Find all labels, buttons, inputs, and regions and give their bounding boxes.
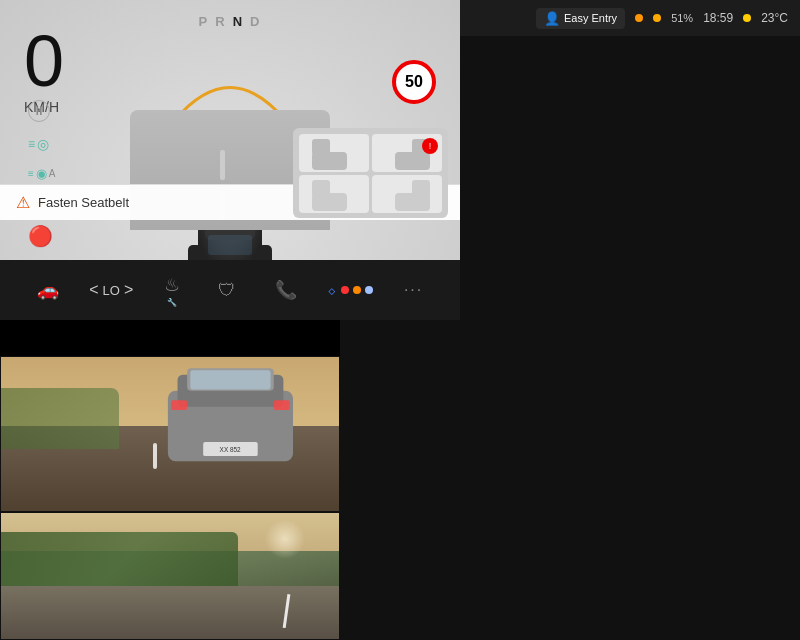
taskbar-more-item[interactable]: ··· (396, 277, 431, 303)
lo-control: < LO > (89, 281, 133, 299)
dot-orange (353, 286, 361, 294)
seat-front-left-icon (307, 134, 362, 172)
person-icon: 👤 (544, 11, 560, 26)
rear-vehicle-svg: XX 852 (119, 365, 339, 481)
speed-limit-sign: 50 (392, 60, 436, 104)
seat-rear-left (299, 175, 369, 213)
status-icons-panel: H ≡ ◎ ≡ ◉ A ≡ ◉ 🔴 (28, 100, 56, 248)
main-screen: P R N D 0 KM/H H ≡ ◎ ≡ ◉ A (0, 0, 800, 640)
svg-rect-9 (208, 235, 252, 255)
svg-rect-27 (274, 400, 290, 410)
bluetooth-icon: ⬦ (327, 281, 337, 299)
seat-front-right: ! (372, 134, 442, 172)
svg-rect-23 (191, 370, 271, 389)
headlight-icon: ≡ ◎ (28, 136, 56, 152)
steering-icon: 🛡 (218, 280, 236, 301)
rear-cam-trees (1, 388, 119, 450)
side-cam-sun (265, 519, 305, 559)
seat-rear-right (372, 175, 442, 213)
side-cam-ground (1, 586, 339, 639)
taskbar: 🚗 < LO > ♨ 🔧 🛡 📞 ⬦ (0, 260, 460, 320)
rear-camera-view: XX 852 (0, 356, 340, 512)
status-bar: 👤 Easy Entry 51% 18:59 23°C (460, 0, 800, 36)
gear-d: D (250, 14, 261, 29)
taskbar-phone-item[interactable]: 📞 (267, 275, 305, 305)
taskbar-heat-item[interactable]: ♨ 🔧 (156, 270, 188, 311)
svg-rect-13 (312, 139, 330, 155)
phone-icon: 📞 (275, 279, 297, 301)
hold-icon: H (28, 100, 50, 122)
easy-entry-label: Easy Entry (564, 12, 617, 24)
car-icon: 🚗 (37, 279, 59, 301)
seatbelt-icon: 🔴 (28, 224, 56, 248)
heat-icon-sub: 🔧 (167, 298, 177, 307)
taskbar-steering-item[interactable]: 🛡 (210, 276, 244, 305)
speed-limit-value: 50 (405, 73, 423, 91)
time-display: 18:59 (703, 11, 733, 25)
seat-rear-right-icon (380, 175, 435, 213)
warning-triangle-icon: ⚠ (16, 193, 30, 212)
alert-dot (653, 14, 661, 22)
seat-front-left (299, 134, 369, 172)
svg-text:XX 852: XX 852 (220, 445, 241, 452)
seat-grid: ! (293, 128, 448, 218)
warning-text: Fasten Seatbelt (38, 195, 129, 210)
side-cam-road-line (283, 594, 291, 628)
easy-entry-button[interactable]: 👤 Easy Entry (536, 8, 625, 29)
battery-display: 51% (671, 12, 693, 24)
rear-camera-image: XX 852 (1, 357, 339, 511)
seat-alert-icon: ! (422, 138, 438, 154)
lo-label: LO (103, 283, 120, 298)
side-camera-image (1, 513, 339, 639)
dot-blue (365, 286, 373, 294)
speed-value: 0 (24, 25, 64, 97)
svg-rect-17 (312, 180, 330, 196)
nav-left-btn[interactable]: < (89, 281, 98, 299)
warning-indicator-dot (635, 14, 643, 22)
temperature-display: 23°C (761, 11, 788, 25)
nav-right-btn[interactable]: > (124, 281, 133, 299)
rear-cam-vehicle: XX 852 (119, 365, 339, 481)
side-camera-view (0, 512, 340, 640)
status-dots: ⬦ (327, 281, 373, 299)
seat-display-area: ! (293, 128, 448, 218)
more-icon: ··· (404, 281, 423, 299)
gear-p: P (199, 14, 210, 29)
seat-rear-left-icon (307, 175, 362, 213)
auto-headlight-icon: ≡ ◉ A (28, 166, 56, 181)
instrument-cluster: P R N D 0 KM/H H ≡ ◎ ≡ ◉ A (0, 0, 460, 320)
dot-red (341, 286, 349, 294)
camera-panel: 👤 Easy Entry 51% 18:59 23°C (0, 320, 340, 640)
gear-r: R (215, 14, 226, 29)
gear-n: N (233, 14, 244, 29)
svg-rect-19 (412, 180, 430, 196)
taskbar-car-item[interactable]: 🚗 (29, 275, 67, 305)
heat-icon: ♨ (164, 274, 180, 296)
temp-dot (743, 14, 751, 22)
gear-selector: P R N D (199, 14, 262, 29)
svg-rect-26 (171, 400, 187, 410)
